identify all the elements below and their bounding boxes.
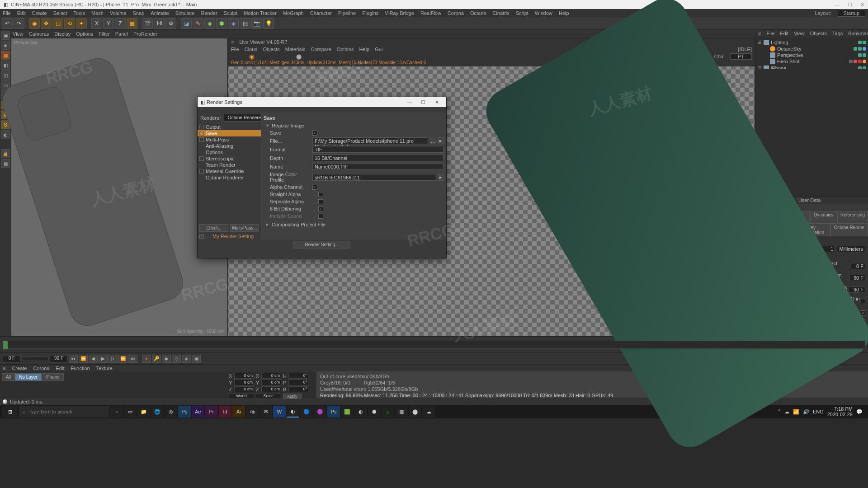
menu-octane[interactable]: Octane bbox=[470, 10, 486, 16]
file-arrow-button[interactable]: ▸ bbox=[438, 137, 443, 144]
obj-perspective[interactable]: Perspective bbox=[757, 52, 866, 58]
frame-start[interactable]: 0 F bbox=[3, 355, 21, 362]
c4d-icon[interactable]: ◐ bbox=[287, 406, 299, 418]
object-mode[interactable]: ◈ bbox=[1, 41, 10, 50]
z-axis-toggle[interactable]: Z bbox=[115, 18, 126, 29]
preset-row[interactable]: —My Render Setting bbox=[198, 233, 261, 240]
mat-corona[interactable]: Corona bbox=[33, 366, 49, 371]
vp-menu-panel[interactable]: Panel bbox=[115, 31, 128, 37]
lv-cloud[interactable]: Cloud bbox=[245, 47, 258, 52]
size-x[interactable]: 0 cm bbox=[261, 373, 281, 379]
tree-stereo[interactable]: Stereoscopic bbox=[198, 155, 261, 162]
menu-script[interactable]: Script bbox=[516, 10, 528, 16]
mat-create[interactable]: Create bbox=[12, 366, 27, 371]
rot-h[interactable]: 0° bbox=[288, 373, 308, 379]
tray-wifi-icon[interactable]: 📶 bbox=[793, 409, 799, 415]
maximize-button[interactable]: ☐ bbox=[848, 2, 852, 8]
close-button[interactable]: ✕ bbox=[860, 2, 864, 8]
lv-file[interactable]: File bbox=[231, 47, 239, 52]
ai-icon[interactable]: Ai bbox=[232, 406, 245, 418]
mat-texture[interactable]: Texture bbox=[96, 366, 113, 371]
pen-tool[interactable]: ✎ bbox=[193, 18, 203, 29]
generator-tool[interactable]: ⬢ bbox=[216, 18, 227, 29]
store-icon[interactable]: 🛍 bbox=[246, 406, 259, 418]
scale-tool[interactable]: ◫ bbox=[52, 18, 63, 29]
key-scale[interactable]: ◇ bbox=[172, 355, 181, 363]
lv-compare[interactable]: Compare bbox=[311, 47, 331, 52]
effect-button[interactable]: Effect... bbox=[199, 224, 228, 232]
cortana-icon[interactable]: ○ bbox=[110, 406, 123, 418]
icp-arrow[interactable]: ▸ bbox=[438, 174, 443, 181]
rot-b[interactable]: 0° bbox=[288, 386, 308, 392]
dialog-close[interactable]: ✕ bbox=[430, 99, 443, 105]
app-icon-7[interactable]: ☁ bbox=[422, 406, 435, 418]
move-tool[interactable]: ✥ bbox=[41, 18, 52, 29]
straight-check[interactable] bbox=[318, 192, 323, 197]
id-icon[interactable]: Id bbox=[219, 406, 231, 418]
prev-frame[interactable]: ◀ bbox=[89, 355, 98, 363]
ps-icon[interactable]: Ps bbox=[178, 406, 191, 418]
y-axis-toggle[interactable]: Y bbox=[103, 18, 114, 29]
viewport-xray[interactable]: ▦ bbox=[1, 159, 10, 168]
autokey[interactable]: 🔑 bbox=[152, 355, 161, 363]
multipass-button[interactable]: Multi-Pass... bbox=[230, 224, 259, 232]
lv-gui[interactable]: Gui bbox=[375, 47, 382, 52]
menu-tools[interactable]: Tools bbox=[73, 10, 85, 16]
perspective-viewport[interactable]: Perspective Grid Spacing : 1000 cm bbox=[11, 38, 228, 336]
tray-time[interactable]: 7:18 PM bbox=[827, 406, 853, 412]
tray-lang[interactable]: ENG bbox=[813, 409, 824, 414]
pos-z[interactable]: 0 cm bbox=[234, 386, 254, 392]
key-pos[interactable]: ◆ bbox=[162, 355, 171, 363]
app-icon-3[interactable]: 🟩 bbox=[341, 406, 354, 418]
app-icon-5[interactable]: ⬢ bbox=[368, 406, 381, 418]
deformer-tool[interactable]: ◈ bbox=[228, 18, 239, 29]
pos-y[interactable]: 0 cm bbox=[234, 380, 254, 385]
menu-vray[interactable]: V-Ray Bridge bbox=[385, 10, 414, 16]
menu-cinatrix[interactable]: Cinatrix bbox=[492, 10, 509, 16]
workplane[interactable]: ◧ bbox=[1, 61, 10, 70]
menu-mograph[interactable]: MoGraph bbox=[283, 10, 304, 16]
taskview-icon[interactable]: ▭ bbox=[124, 406, 137, 418]
om-objects[interactable]: Objects bbox=[810, 31, 827, 36]
spotify-icon[interactable]: ♫ bbox=[382, 406, 394, 418]
vp-menu-prorender[interactable]: ProRender bbox=[133, 31, 157, 37]
tree-team[interactable]: Team Render bbox=[198, 162, 261, 168]
om-tags[interactable]: Tags bbox=[832, 31, 843, 36]
coord-scale[interactable]: Scale bbox=[256, 393, 281, 399]
menu-corona[interactable]: Corona bbox=[448, 10, 464, 16]
depth-select[interactable]: 16 Bit/Channel bbox=[312, 155, 443, 161]
obj-octanesky[interactable]: OctaneSky bbox=[757, 46, 866, 52]
lv-materials[interactable]: Materials bbox=[285, 47, 306, 52]
lv-chn-select[interactable]: PT bbox=[730, 53, 752, 60]
tree-save[interactable]: Save bbox=[198, 130, 261, 136]
tray-volume-icon[interactable]: 🔊 bbox=[803, 409, 809, 415]
layout-select[interactable]: Startup bbox=[838, 9, 865, 17]
menu-motion[interactable]: Motion Tracker bbox=[244, 10, 277, 16]
word-icon[interactable]: W bbox=[273, 406, 286, 418]
mat-function[interactable]: Function bbox=[71, 366, 90, 371]
tree-antialias[interactable]: Anti-Aliasing bbox=[198, 143, 261, 149]
menu-window[interactable]: Window bbox=[535, 10, 552, 16]
dialog-max[interactable]: ☐ bbox=[416, 99, 430, 105]
menu-select[interactable]: Select bbox=[53, 10, 67, 16]
obj-lighting[interactable]: ⊞Lighting bbox=[757, 39, 866, 46]
model-mode[interactable]: ▣ bbox=[1, 31, 10, 40]
rot-p[interactable]: 0° bbox=[288, 380, 308, 385]
render-view[interactable]: 🎬 bbox=[142, 18, 153, 29]
render-lod-check[interactable] bbox=[861, 299, 865, 304]
environment[interactable]: ▤ bbox=[240, 18, 250, 29]
minimize-button[interactable]: — bbox=[835, 2, 840, 8]
coord-system[interactable]: ▦ bbox=[127, 18, 137, 29]
tab-dynamics[interactable]: Dynamics bbox=[810, 211, 837, 224]
project-time-input[interactable]: 0 F bbox=[851, 263, 865, 269]
vp-menu-filter[interactable]: Filter bbox=[99, 31, 109, 37]
app-icon-2[interactable]: 🟣 bbox=[314, 406, 326, 418]
menu-render[interactable]: Render bbox=[201, 10, 217, 16]
system-tray[interactable]: ˄ ☁ 📶 🔊 ENG 7:18 PM 2020-02-29 💬 bbox=[774, 406, 866, 417]
goto-end[interactable]: ⏭ bbox=[128, 355, 137, 363]
lv-objects[interactable]: Objects bbox=[263, 47, 279, 52]
menu-edit[interactable]: Edit bbox=[17, 10, 26, 16]
menu-realflow[interactable]: RealFlow bbox=[420, 10, 441, 16]
tray-up-icon[interactable]: ˄ bbox=[778, 409, 781, 415]
save-check[interactable] bbox=[312, 131, 317, 136]
